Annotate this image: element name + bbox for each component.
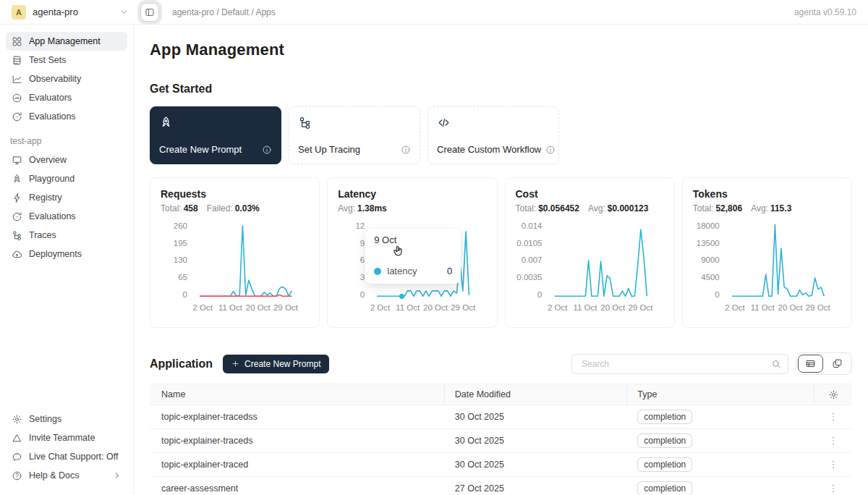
stat: Total:458 — [161, 203, 198, 213]
stat: Total:52,806 — [693, 203, 742, 213]
sidebar-item-evaluations[interactable]: Evaluations — [6, 207, 127, 226]
y-tick-label: 0.0105 — [516, 240, 542, 248]
column-header-name[interactable]: Name — [150, 384, 445, 405]
search-input[interactable] — [580, 358, 771, 370]
workspace-selector[interactable]: A agenta-pro — [12, 5, 129, 20]
sidebar-item-evaluations[interactable]: Evaluations — [6, 107, 127, 126]
table-row-career-assessment[interactable]: career-assessment27 Oct 2025completion — [150, 477, 852, 495]
chart-title: Requests — [161, 188, 309, 200]
y-axis: 0.0140.01050.0070.00350 — [516, 222, 549, 299]
chart-plot[interactable] — [194, 222, 309, 299]
sidebar-item-settings[interactable]: Settings — [6, 410, 127, 428]
sidebar-item-label: Evaluators — [29, 93, 72, 103]
y-tick-label: 0.0035 — [516, 274, 542, 282]
column-header-date-modified[interactable]: Date Modified — [445, 384, 627, 405]
y-tick-label: 0.007 — [522, 256, 542, 265]
y-tick-label: 195 — [174, 240, 187, 248]
sidebar-item-help-docs[interactable]: Help & Docs — [6, 466, 127, 485]
sidebar-main-items: App ManagementTest SetsObservabilityEval… — [6, 32, 127, 126]
table-row-topic-explainer-traceds[interactable]: topic-explainer-traceds30 Oct 2025comple… — [150, 429, 852, 453]
sidebar-item-live-chat-support-off[interactable]: Live Chat Support: Off — [6, 447, 127, 466]
table-icon — [12, 55, 22, 66]
breadcrumb: agenta-pro / Default / Apps — [172, 7, 276, 17]
chart-stats: Total:458Failed:0.03% — [161, 203, 309, 213]
sidebar-item-traces[interactable]: Traces — [6, 226, 127, 245]
cell-date-modified: 30 Oct 2025 — [445, 412, 627, 422]
x-axis: 2 Oct11 Oct20 Oct29 Oct — [549, 303, 664, 315]
chart-card-cost: CostTotal:$0.056452Avg:$0.0001230.0140.0… — [505, 177, 675, 328]
x-tick-label: 2 Oct — [548, 303, 567, 312]
gear-icon — [12, 414, 22, 425]
y-tick-label: 65 — [178, 274, 187, 282]
sidebar-item-label: Observability — [29, 74, 81, 84]
sidebar-toggle-button[interactable] — [140, 3, 159, 22]
row-actions-dots-icon[interactable] — [827, 435, 839, 447]
sidebar-item-label: Overview — [29, 155, 67, 165]
table-view-button[interactable] — [798, 355, 823, 373]
get-started-card-create-new-prompt[interactable]: Create New Prompt — [150, 106, 281, 164]
y-tick-label: 4500 — [701, 274, 720, 282]
sidebar-item-label: Registry — [29, 192, 62, 203]
sidebar-item-deployments[interactable]: Deployments — [6, 245, 127, 263]
card-label: Set Up Tracing — [298, 144, 360, 155]
create-new-prompt-button[interactable]: Create New Prompt — [223, 355, 329, 373]
x-axis: 2 Oct11 Oct20 Oct29 Oct — [371, 303, 486, 315]
chevron-right-icon — [113, 471, 122, 480]
row-actions-dots-icon[interactable] — [827, 483, 839, 494]
column-header-type[interactable]: Type — [627, 384, 814, 405]
chart-plot[interactable] — [549, 222, 664, 299]
application-header: Application Create New Prompt — [150, 352, 852, 375]
sidebar-item-test-sets[interactable]: Test Sets — [6, 51, 127, 69]
table-settings-gear-icon[interactable] — [828, 389, 839, 400]
type-badge: completion — [637, 410, 692, 424]
chart-title: Cost — [516, 188, 664, 200]
x-axis: 2 Oct11 Oct20 Oct29 Oct — [194, 303, 309, 315]
chevron-down-icon — [119, 7, 129, 17]
sidebar-item-invite-teammate[interactable]: Invite Teammate — [6, 428, 127, 447]
cell-name: topic-explainer-traceds — [150, 436, 445, 446]
card-label: Create New Prompt — [159, 144, 242, 155]
sidebar-item-observability[interactable]: Observability — [6, 69, 127, 88]
chart-stats: Avg:1.38ms — [338, 203, 486, 213]
monitor-icon — [12, 155, 22, 166]
sidebar-item-label: Playground — [29, 174, 75, 184]
y-tick-label: 18000 — [697, 222, 720, 231]
chart-card-tokens: TokensTotal:52,806Avg:115.31800013500900… — [682, 177, 852, 328]
stat: Avg:$0.000123 — [588, 203, 649, 213]
tree-icon — [298, 116, 312, 130]
row-actions-dots-icon[interactable] — [827, 411, 839, 423]
type-badge: completion — [637, 433, 692, 448]
card-label: Create Custom Workflow — [437, 144, 541, 155]
sidebar-item-playground[interactable]: Playground — [6, 169, 127, 188]
view-toggle — [796, 352, 852, 375]
cell-date-modified: 27 Oct 2025 — [445, 483, 627, 494]
get-started-card-create-custom-workflow[interactable]: Create Custom Workflow — [427, 106, 559, 164]
sidebar-item-app-management[interactable]: App Management — [6, 32, 127, 51]
sidebar-item-registry[interactable]: Registry — [6, 188, 127, 207]
search-icon[interactable] — [771, 359, 781, 369]
x-axis: 2 Oct11 Oct20 Oct29 Oct — [726, 303, 841, 315]
x-tick-label: 29 Oct — [806, 303, 830, 312]
card-view-icon — [832, 358, 843, 369]
row-actions-dots-icon[interactable] — [827, 459, 839, 470]
get-started-card-set-up-tracing[interactable]: Set Up Tracing — [289, 106, 420, 164]
x-tick-label: 2 Oct — [193, 303, 213, 312]
info-icon — [262, 145, 272, 155]
sidebar-item-evaluators[interactable]: Evaluators — [6, 88, 127, 107]
sidebar-item-label: Evaluations — [29, 111, 76, 122]
card-view-button[interactable] — [825, 355, 850, 373]
x-tick-label: 2 Oct — [370, 303, 390, 312]
table-row-topic-explainer-tracedss[interactable]: topic-explainer-tracedss30 Oct 2025compl… — [150, 405, 852, 429]
application-title: Application — [150, 358, 213, 371]
sidebar-project-label: test-app — [10, 136, 123, 146]
x-tick-label: 29 Oct — [273, 303, 298, 312]
tooltip-value: 0 — [447, 266, 452, 276]
table-row-topic-explainer-traced[interactable]: topic-explainer-traced30 Oct 2025complet… — [150, 453, 852, 477]
page-title: App Management — [150, 41, 852, 59]
sidebar-item-label: Live Chat Support: Off — [29, 452, 118, 462]
triangle-icon — [12, 433, 22, 444]
tooltip-series-label: latency — [387, 266, 417, 276]
rocket-icon — [159, 116, 173, 130]
sidebar-item-overview[interactable]: Overview — [6, 151, 127, 169]
chart-plot[interactable] — [726, 222, 841, 299]
